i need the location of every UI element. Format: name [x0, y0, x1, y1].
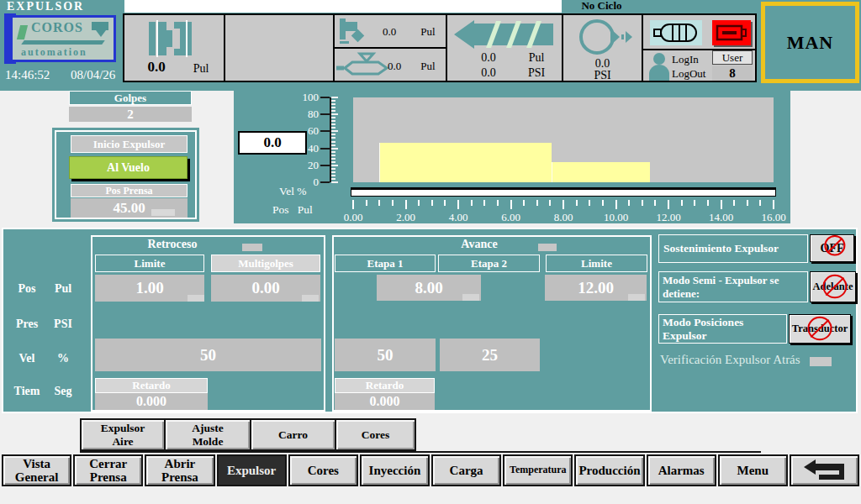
y-tick-label: 80	[295, 108, 319, 120]
nav-label: Producción	[578, 464, 640, 478]
screw-position-value: 0.0	[471, 51, 506, 65]
y-minor-tick	[331, 165, 338, 166]
x-tick	[759, 200, 761, 206]
y-minor-tick	[331, 178, 335, 180]
golpes-count-field[interactable]: 2	[69, 107, 192, 122]
nav-vista-general[interactable]: Vista General	[2, 454, 71, 486]
y-major-tick	[320, 113, 330, 115]
row-label-pos: Pos	[8, 282, 45, 296]
submenu-ajuste-molde[interactable]: Ajuste Molde	[164, 418, 251, 451]
avance-vel2-field[interactable]: 25	[440, 339, 540, 371]
retroceso-limite-field[interactable]: 1.00	[95, 275, 204, 302]
modo-semi-button[interactable]: Adelante	[810, 271, 856, 302]
pos-prensa-indicator	[151, 209, 175, 216]
x-tick-label: 16.00	[755, 211, 792, 224]
nav-temperatura[interactable]: Temperatura	[503, 454, 573, 486]
sostenimiento-toggle-button[interactable]: OFF	[810, 234, 854, 262]
x-tick	[444, 200, 446, 206]
ejector-icon	[338, 18, 368, 46]
sostenimiento-label: Sostenimiento Expulsor	[658, 234, 808, 263]
avance-title: Avance	[437, 238, 521, 251]
y-minor-tick	[331, 110, 335, 112]
machine-mode-button[interactable]: MAN	[761, 2, 859, 83]
pos-prensa-field[interactable]: 45.00	[71, 198, 188, 218]
heater-alarm-button[interactable]	[712, 20, 751, 45]
logo-text-bottom: automation	[21, 46, 87, 59]
row-unit-pres: PSI	[47, 318, 79, 331]
chart-ylabel-vel: Vel %	[279, 185, 307, 198]
nav-label: Temperatura	[510, 465, 567, 475]
inicio-expulsor-title: Inicio Expulsor	[71, 135, 188, 153]
x-tick	[497, 200, 499, 206]
nav-expulsor[interactable]: Expulsor	[217, 454, 287, 486]
nav-label: Carga	[450, 464, 483, 478]
submenu-cores[interactable]: Cores	[335, 418, 416, 451]
x-tick	[681, 200, 683, 206]
chart-position-slider[interactable]	[351, 187, 776, 197]
nav-alarmas[interactable]: Alarmas	[647, 454, 716, 486]
x-tick	[563, 200, 564, 209]
retroceso-multigolpes-value: 0.00	[251, 279, 279, 297]
screw-pressure-unit: PSI	[521, 66, 552, 80]
submenu-label: Cores	[362, 428, 390, 442]
nav-back-button[interactable]	[790, 454, 859, 486]
avance-retardo-field[interactable]: 0.000	[335, 393, 435, 410]
barrel-heat-button[interactable]	[650, 20, 702, 45]
retroceso-vel-field[interactable]: 50	[95, 339, 321, 371]
cycle-status: No Ciclo	[562, 0, 642, 13]
row-unit-vel: %	[47, 352, 79, 365]
nav-label: Menu	[737, 464, 769, 478]
retroceso-multigolpes-field[interactable]: 0.00	[211, 275, 320, 302]
x-tick	[707, 200, 709, 206]
nav-carga[interactable]: Carga	[431, 454, 501, 486]
nav-produccion[interactable]: Producción	[574, 454, 644, 486]
panel-divider	[335, 47, 446, 49]
y-minor-tick	[331, 130, 338, 132]
submenu-label: Ajuste Molde	[184, 422, 231, 448]
ejector-injection-panel: 0.0 Pul 0.0 Pul	[333, 13, 447, 82]
nav-inyeccion[interactable]: Inyección	[360, 454, 430, 486]
logo-swoosh	[21, 40, 105, 45]
modo-posiciones-button[interactable]: Transductor	[789, 314, 851, 344]
y-minor-tick	[331, 148, 338, 150]
nav-menu[interactable]: Menu	[718, 454, 788, 486]
nav-abrir-prensa[interactable]: Abrir Prensa	[145, 454, 214, 486]
verificacion-indicator	[810, 357, 832, 366]
chart-plot	[353, 97, 774, 182]
y-tick-label: 40	[295, 142, 319, 155]
chart-bar	[379, 143, 552, 182]
mold-position-unit: Pul	[187, 62, 215, 76]
modo-semi-label: Modo Semi - Expulsor se detiene:	[658, 271, 808, 302]
avance-limite-field[interactable]: 12.00	[545, 275, 647, 301]
x-tick	[721, 200, 722, 209]
modo-posiciones-button-label: Transductor	[792, 323, 848, 335]
avance-limite-value: 12.00	[578, 279, 614, 297]
submenu-carro[interactable]: Carro	[250, 418, 336, 451]
submenu-divider-line	[80, 451, 761, 453]
avance-vel1-field[interactable]: 50	[335, 339, 436, 371]
pos-prensa-value: 45.00	[113, 200, 145, 217]
screw-icon	[454, 18, 557, 50]
system-pressure-panel: 0.0 PSI	[562, 13, 643, 82]
submenu-expulsor-aire[interactable]: Expulsor Aire	[80, 418, 166, 451]
login-button[interactable]: LogIn LogOut	[672, 52, 710, 81]
clock-date: 08/04/26	[71, 68, 115, 82]
x-tick	[366, 200, 367, 206]
x-tick	[747, 200, 748, 206]
golpes-header: Golpes	[69, 91, 192, 105]
x-tick	[773, 200, 774, 209]
screw-status-panel: 0.0 Pul 0.0 PSI	[446, 13, 563, 82]
nav-cerrar-prensa[interactable]: Cerrar Prensa	[73, 454, 143, 486]
retroceso-retardo-field[interactable]: 0.000	[95, 393, 208, 410]
y-tick-label: 20	[295, 159, 319, 171]
avance-etapa-pos-field[interactable]: 8.00	[377, 275, 481, 301]
x-tick-label: 2.00	[388, 211, 425, 224]
nav-cores[interactable]: Cores	[288, 454, 358, 486]
y-minor-tick	[331, 161, 335, 163]
x-tick	[471, 200, 473, 206]
inicio-expulsor-mode-button[interactable]: Al Vuelo	[69, 156, 188, 179]
logo-accent-shape	[17, 25, 28, 39]
chart-y-minor-ticks	[331, 97, 338, 182]
row-unit-pos: Pul	[47, 282, 79, 296]
retroceso-limite-indicator	[188, 295, 204, 302]
